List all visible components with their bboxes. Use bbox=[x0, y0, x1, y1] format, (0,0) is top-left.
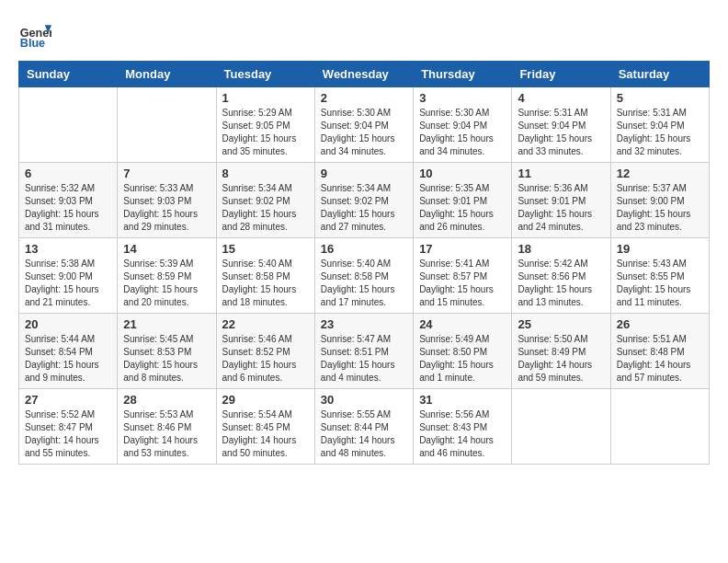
day-number: 18 bbox=[518, 242, 604, 256]
day-number: 15 bbox=[222, 242, 309, 256]
calendar-cell: 23Sunrise: 5:47 AM Sunset: 8:51 PM Dayli… bbox=[314, 314, 413, 389]
day-info: Sunrise: 5:42 AM Sunset: 8:56 PM Dayligh… bbox=[518, 258, 604, 309]
day-number: 23 bbox=[321, 317, 407, 331]
calendar-cell: 12Sunrise: 5:37 AM Sunset: 9:00 PM Dayli… bbox=[610, 163, 709, 238]
calendar-cell: 11Sunrise: 5:36 AM Sunset: 9:01 PM Dayli… bbox=[512, 163, 610, 238]
day-info: Sunrise: 5:47 AM Sunset: 8:51 PM Dayligh… bbox=[321, 333, 407, 385]
calendar-cell: 6Sunrise: 5:32 AM Sunset: 9:03 PM Daylig… bbox=[19, 163, 118, 238]
day-number: 16 bbox=[321, 242, 407, 256]
calendar-cell: 31Sunrise: 5:56 AM Sunset: 8:43 PM Dayli… bbox=[414, 389, 512, 465]
calendar-cell: 10Sunrise: 5:35 AM Sunset: 9:01 PM Dayli… bbox=[414, 163, 512, 238]
day-info: Sunrise: 5:45 AM Sunset: 8:53 PM Dayligh… bbox=[123, 333, 210, 385]
day-number: 6 bbox=[25, 167, 111, 180]
day-info: Sunrise: 5:31 AM Sunset: 9:04 PM Dayligh… bbox=[518, 107, 604, 158]
calendar-cell bbox=[19, 87, 118, 163]
weekday-header: Tuesday bbox=[216, 62, 314, 87]
calendar-cell: 21Sunrise: 5:45 AM Sunset: 8:53 PM Dayli… bbox=[118, 314, 216, 389]
calendar-header: SundayMondayTuesdayWednesdayThursdayFrid… bbox=[19, 62, 710, 87]
calendar-cell bbox=[118, 87, 216, 163]
calendar-cell: 16Sunrise: 5:40 AM Sunset: 8:58 PM Dayli… bbox=[314, 238, 413, 314]
calendar-cell: 4Sunrise: 5:31 AM Sunset: 9:04 PM Daylig… bbox=[512, 87, 610, 163]
day-number: 29 bbox=[222, 393, 309, 407]
day-info: Sunrise: 5:41 AM Sunset: 8:57 PM Dayligh… bbox=[419, 258, 506, 309]
weekday-header: Saturday bbox=[610, 62, 709, 87]
calendar-table: SundayMondayTuesdayWednesdayThursdayFrid… bbox=[18, 61, 710, 465]
day-number: 9 bbox=[321, 167, 407, 180]
day-info: Sunrise: 5:46 AM Sunset: 8:52 PM Dayligh… bbox=[222, 333, 309, 385]
day-info: Sunrise: 5:31 AM Sunset: 9:04 PM Dayligh… bbox=[617, 107, 703, 158]
day-info: Sunrise: 5:50 AM Sunset: 8:49 PM Dayligh… bbox=[518, 333, 604, 385]
calendar-cell: 17Sunrise: 5:41 AM Sunset: 8:57 PM Dayli… bbox=[414, 238, 512, 314]
day-number: 17 bbox=[419, 242, 506, 256]
calendar-cell: 27Sunrise: 5:52 AM Sunset: 8:47 PM Dayli… bbox=[19, 389, 118, 465]
day-number: 8 bbox=[222, 167, 309, 180]
weekday-header: Wednesday bbox=[314, 62, 413, 87]
calendar-week-row: 20Sunrise: 5:44 AM Sunset: 8:54 PM Dayli… bbox=[19, 314, 710, 389]
calendar-cell: 18Sunrise: 5:42 AM Sunset: 8:56 PM Dayli… bbox=[512, 238, 610, 314]
day-info: Sunrise: 5:35 AM Sunset: 9:01 PM Dayligh… bbox=[419, 182, 506, 234]
day-number: 4 bbox=[518, 91, 604, 105]
day-info: Sunrise: 5:40 AM Sunset: 8:58 PM Dayligh… bbox=[321, 258, 407, 309]
calendar-cell: 1Sunrise: 5:29 AM Sunset: 9:05 PM Daylig… bbox=[216, 87, 314, 163]
page-header: General Blue bbox=[18, 18, 710, 52]
day-number: 28 bbox=[123, 393, 210, 407]
weekday-header: Thursday bbox=[414, 62, 512, 87]
day-number: 3 bbox=[419, 91, 506, 105]
calendar-week-row: 6Sunrise: 5:32 AM Sunset: 9:03 PM Daylig… bbox=[19, 163, 710, 238]
calendar-cell: 26Sunrise: 5:51 AM Sunset: 8:48 PM Dayli… bbox=[610, 314, 709, 389]
day-info: Sunrise: 5:56 AM Sunset: 8:43 PM Dayligh… bbox=[419, 408, 506, 460]
calendar-cell: 3Sunrise: 5:30 AM Sunset: 9:04 PM Daylig… bbox=[414, 87, 512, 163]
day-info: Sunrise: 5:49 AM Sunset: 8:50 PM Dayligh… bbox=[419, 333, 506, 385]
calendar-cell: 19Sunrise: 5:43 AM Sunset: 8:55 PM Dayli… bbox=[610, 238, 709, 314]
calendar-cell: 30Sunrise: 5:55 AM Sunset: 8:44 PM Dayli… bbox=[314, 389, 413, 465]
calendar-cell: 28Sunrise: 5:53 AM Sunset: 8:46 PM Dayli… bbox=[118, 389, 216, 465]
calendar-week-row: 27Sunrise: 5:52 AM Sunset: 8:47 PM Dayli… bbox=[19, 389, 710, 465]
weekday-row: SundayMondayTuesdayWednesdayThursdayFrid… bbox=[19, 62, 710, 87]
day-info: Sunrise: 5:32 AM Sunset: 9:03 PM Dayligh… bbox=[25, 182, 111, 234]
logo-icon: General Blue bbox=[18, 18, 51, 52]
weekday-header: Monday bbox=[118, 62, 216, 87]
calendar-cell: 7Sunrise: 5:33 AM Sunset: 9:03 PM Daylig… bbox=[118, 163, 216, 238]
calendar-week-row: 13Sunrise: 5:38 AM Sunset: 9:00 PM Dayli… bbox=[19, 238, 710, 314]
day-info: Sunrise: 5:30 AM Sunset: 9:04 PM Dayligh… bbox=[321, 107, 407, 158]
day-info: Sunrise: 5:53 AM Sunset: 8:46 PM Dayligh… bbox=[123, 408, 210, 460]
day-info: Sunrise: 5:37 AM Sunset: 9:00 PM Dayligh… bbox=[617, 182, 703, 234]
calendar-cell: 20Sunrise: 5:44 AM Sunset: 8:54 PM Dayli… bbox=[19, 314, 118, 389]
calendar-cell: 14Sunrise: 5:39 AM Sunset: 8:59 PM Dayli… bbox=[118, 238, 216, 314]
calendar-body: 1Sunrise: 5:29 AM Sunset: 9:05 PM Daylig… bbox=[19, 87, 710, 465]
logo: General Blue bbox=[18, 18, 51, 52]
calendar-cell: 8Sunrise: 5:34 AM Sunset: 9:02 PM Daylig… bbox=[216, 163, 314, 238]
day-number: 10 bbox=[419, 167, 506, 180]
day-number: 22 bbox=[222, 317, 309, 331]
day-number: 25 bbox=[518, 317, 604, 331]
svg-text:Blue: Blue bbox=[20, 37, 45, 50]
day-number: 12 bbox=[617, 167, 703, 180]
calendar-cell: 9Sunrise: 5:34 AM Sunset: 9:02 PM Daylig… bbox=[314, 163, 413, 238]
day-info: Sunrise: 5:44 AM Sunset: 8:54 PM Dayligh… bbox=[25, 333, 111, 385]
calendar-cell: 29Sunrise: 5:54 AM Sunset: 8:45 PM Dayli… bbox=[216, 389, 314, 465]
calendar-week-row: 1Sunrise: 5:29 AM Sunset: 9:05 PM Daylig… bbox=[19, 87, 710, 163]
day-info: Sunrise: 5:38 AM Sunset: 9:00 PM Dayligh… bbox=[25, 258, 111, 309]
day-info: Sunrise: 5:36 AM Sunset: 9:01 PM Dayligh… bbox=[518, 182, 604, 234]
day-info: Sunrise: 5:29 AM Sunset: 9:05 PM Dayligh… bbox=[222, 107, 309, 158]
calendar-cell: 5Sunrise: 5:31 AM Sunset: 9:04 PM Daylig… bbox=[610, 87, 709, 163]
day-number: 1 bbox=[222, 91, 309, 105]
day-number: 24 bbox=[419, 317, 506, 331]
day-number: 30 bbox=[321, 393, 407, 407]
day-info: Sunrise: 5:51 AM Sunset: 8:48 PM Dayligh… bbox=[617, 333, 703, 385]
calendar-cell: 2Sunrise: 5:30 AM Sunset: 9:04 PM Daylig… bbox=[314, 87, 413, 163]
day-number: 11 bbox=[518, 167, 604, 180]
calendar-cell: 13Sunrise: 5:38 AM Sunset: 9:00 PM Dayli… bbox=[19, 238, 118, 314]
calendar-cell: 25Sunrise: 5:50 AM Sunset: 8:49 PM Dayli… bbox=[512, 314, 610, 389]
day-info: Sunrise: 5:54 AM Sunset: 8:45 PM Dayligh… bbox=[222, 408, 309, 460]
day-info: Sunrise: 5:40 AM Sunset: 8:58 PM Dayligh… bbox=[222, 258, 309, 309]
day-info: Sunrise: 5:43 AM Sunset: 8:55 PM Dayligh… bbox=[617, 258, 703, 309]
day-number: 7 bbox=[123, 167, 210, 180]
day-info: Sunrise: 5:33 AM Sunset: 9:03 PM Dayligh… bbox=[123, 182, 210, 234]
day-number: 20 bbox=[25, 317, 111, 331]
day-info: Sunrise: 5:34 AM Sunset: 9:02 PM Dayligh… bbox=[321, 182, 407, 234]
day-number: 5 bbox=[617, 91, 703, 105]
day-number: 19 bbox=[617, 242, 703, 256]
day-number: 27 bbox=[25, 393, 111, 407]
calendar-cell: 24Sunrise: 5:49 AM Sunset: 8:50 PM Dayli… bbox=[414, 314, 512, 389]
